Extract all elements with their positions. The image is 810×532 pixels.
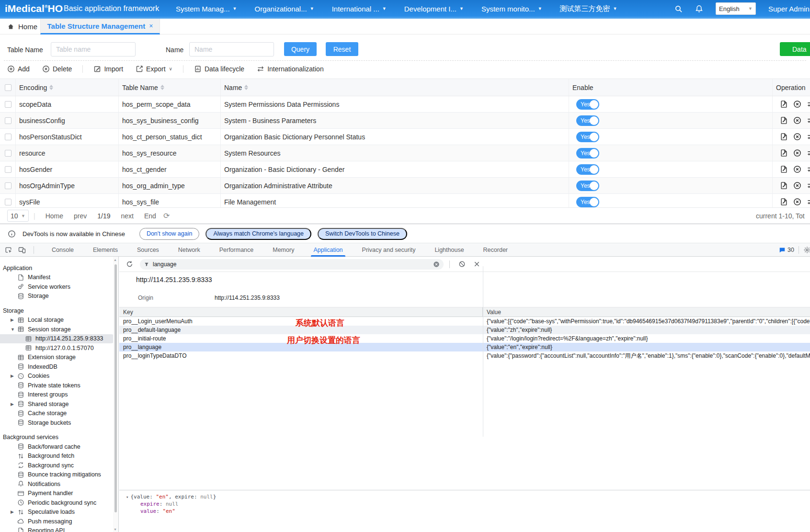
enable-toggle[interactable]: Yes bbox=[576, 99, 599, 110]
row-checkbox[interactable] bbox=[5, 101, 11, 108]
edit-icon[interactable] bbox=[780, 133, 788, 141]
toolbar-button[interactable]: Import bbox=[82, 65, 123, 73]
dont-show-again-button[interactable]: Don't show again bbox=[139, 228, 200, 240]
delete-icon[interactable] bbox=[793, 198, 801, 206]
sidebar-item[interactable]: Application bbox=[0, 263, 118, 273]
devtools-tab[interactable]: Application bbox=[307, 243, 349, 257]
tree-arrow-icon[interactable]: ▼ bbox=[11, 327, 17, 332]
sidebar-item[interactable]: ▶ Cookies bbox=[0, 372, 118, 381]
enable-toggle[interactable]: Yes bbox=[576, 164, 599, 175]
devtools-tab[interactable]: Console bbox=[46, 243, 80, 257]
sidebar-item[interactable]: ▼ Session storage bbox=[0, 325, 118, 334]
page-prev-button[interactable]: prev bbox=[74, 212, 87, 220]
column-divider[interactable] bbox=[483, 266, 483, 437]
nav-menu-item[interactable]: System monito... ▼ bbox=[481, 5, 542, 13]
config-icon[interactable] bbox=[807, 165, 810, 173]
sidebar-item[interactable]: Back/forward cache bbox=[0, 442, 118, 452]
switch-to-chinese-button[interactable]: Switch DevTools to Chinese bbox=[318, 228, 407, 240]
edit-icon[interactable] bbox=[780, 100, 788, 108]
tree-arrow-icon[interactable]: ▶ bbox=[11, 509, 17, 514]
clear-all-icon[interactable] bbox=[458, 260, 466, 268]
edit-icon[interactable] bbox=[780, 181, 788, 190]
row-checkbox[interactable] bbox=[5, 134, 11, 140]
key-column-header[interactable]: Key bbox=[119, 307, 483, 317]
sort-icon[interactable] bbox=[160, 85, 164, 90]
sort-icon[interactable] bbox=[49, 85, 53, 90]
row-checkbox[interactable] bbox=[5, 182, 11, 189]
col-header-encoding[interactable]: Encoding bbox=[16, 79, 119, 96]
search-icon[interactable] bbox=[674, 5, 683, 13]
delete-icon[interactable] bbox=[793, 149, 801, 157]
sidebar-item[interactable]: Extension storage bbox=[0, 353, 118, 362]
sidebar-item[interactable]: Bounce tracking mitigations bbox=[0, 470, 118, 480]
delete-selected-icon[interactable] bbox=[473, 260, 480, 268]
language-select[interactable]: English ▼ bbox=[716, 2, 756, 15]
refresh-icon[interactable] bbox=[126, 260, 133, 268]
nav-menu-item[interactable]: Development I... ▼ bbox=[404, 5, 464, 13]
clear-filter-icon[interactable] bbox=[433, 261, 440, 268]
enable-toggle[interactable]: Yes bbox=[576, 115, 599, 126]
select-all-checkbox[interactable] bbox=[5, 84, 11, 91]
scroll-down-icon[interactable]: ▼ bbox=[114, 528, 117, 531]
delete-icon[interactable] bbox=[793, 100, 801, 108]
data-button[interactable]: Data bbox=[780, 42, 810, 56]
sidebar-item[interactable]: Private state tokens bbox=[0, 381, 118, 390]
nav-menu-item[interactable]: Organizational... ▼ bbox=[254, 5, 314, 13]
edit-icon[interactable] bbox=[780, 165, 788, 173]
devtools-tab[interactable]: Network bbox=[172, 243, 206, 257]
sidebar-item[interactable]: Reporting API bbox=[0, 526, 118, 532]
inspect-element-icon[interactable] bbox=[5, 246, 12, 254]
scroll-up-icon[interactable]: ▲ bbox=[114, 258, 117, 261]
page-next-button[interactable]: next bbox=[121, 212, 133, 220]
toolbar-button[interactable]: Add bbox=[7, 65, 30, 73]
page-size-select[interactable]: 10 ▼ bbox=[7, 210, 29, 222]
enable-toggle[interactable]: Yes bbox=[576, 181, 599, 191]
col-header-table-name[interactable]: Table Name bbox=[119, 79, 221, 96]
refresh-icon[interactable]: ⟳ bbox=[163, 211, 170, 220]
sidebar-item[interactable]: Background services bbox=[0, 433, 118, 442]
row-checkbox[interactable] bbox=[5, 166, 11, 173]
tree-arrow-icon[interactable]: ▶ bbox=[11, 317, 17, 322]
console-messages-badge[interactable]: 30 bbox=[779, 247, 794, 253]
expand-arrow-icon[interactable]: ▾ bbox=[126, 495, 128, 499]
devtools-tab[interactable]: Lighthouse bbox=[428, 243, 470, 257]
devtools-tab[interactable]: Privacy and security bbox=[356, 243, 422, 257]
filter-input[interactable]: language bbox=[140, 259, 444, 270]
sidebar-item[interactable]: ▶ Shared storage bbox=[0, 399, 118, 409]
col-header-name[interactable]: Name bbox=[221, 79, 569, 96]
value-column-header[interactable]: Value bbox=[483, 307, 810, 317]
row-checkbox[interactable] bbox=[5, 150, 11, 157]
sidebar-item[interactable]: Background sync bbox=[0, 461, 118, 470]
sidebar-item[interactable]: Background fetch bbox=[0, 452, 118, 461]
sidebar-item[interactable]: ▶ Local storage bbox=[0, 316, 118, 325]
page-home-button[interactable]: Home bbox=[46, 212, 63, 220]
config-icon[interactable] bbox=[807, 133, 810, 141]
preview-summary-line[interactable]: ▾ {value: "en", expire: null} bbox=[126, 493, 810, 500]
name-input[interactable] bbox=[189, 42, 274, 57]
sidebar-item[interactable]: ▶ Speculative loads bbox=[0, 508, 118, 517]
sidebar-item[interactable]: IndexedDB bbox=[0, 362, 118, 372]
delete-icon[interactable] bbox=[793, 181, 801, 190]
nav-menu-item[interactable]: 测试第三方免密 ▼ bbox=[560, 4, 617, 13]
tree-arrow-icon[interactable]: ▶ bbox=[11, 402, 17, 407]
toolbar-button[interactable]: Export ∨ bbox=[136, 65, 172, 73]
nav-menu-item[interactable]: System Manag... ▼ bbox=[176, 5, 237, 13]
close-icon[interactable]: × bbox=[149, 22, 153, 30]
sidebar-item[interactable]: Periodic background sync bbox=[0, 498, 118, 508]
storage-row[interactable]: pro__Login_userMenuAuth {"value":[{"code… bbox=[119, 317, 810, 326]
sort-icon[interactable] bbox=[244, 85, 248, 90]
sidebar-item[interactable]: Cache storage bbox=[0, 409, 118, 419]
sidebar-item[interactable]: Manifest bbox=[0, 273, 118, 283]
tree-arrow-icon[interactable]: ▶ bbox=[11, 374, 17, 378]
toolbar-button[interactable]: Delete bbox=[42, 65, 72, 73]
sidebar-item[interactable]: http://114.251.235.9:8333 bbox=[0, 334, 116, 344]
reset-button[interactable]: Reset bbox=[326, 42, 358, 56]
devtools-tab[interactable]: Recorder bbox=[477, 243, 514, 257]
edit-icon[interactable] bbox=[780, 198, 788, 206]
scrollbar-thumb[interactable] bbox=[114, 264, 117, 512]
sidebar-item[interactable]: Storage bbox=[0, 292, 118, 301]
query-button[interactable]: Query bbox=[284, 42, 317, 56]
row-checkbox[interactable] bbox=[5, 199, 11, 205]
gear-icon[interactable] bbox=[803, 246, 810, 254]
storage-row[interactable]: pro__loginTypeDataDTO {"value":{"passwor… bbox=[119, 351, 810, 360]
